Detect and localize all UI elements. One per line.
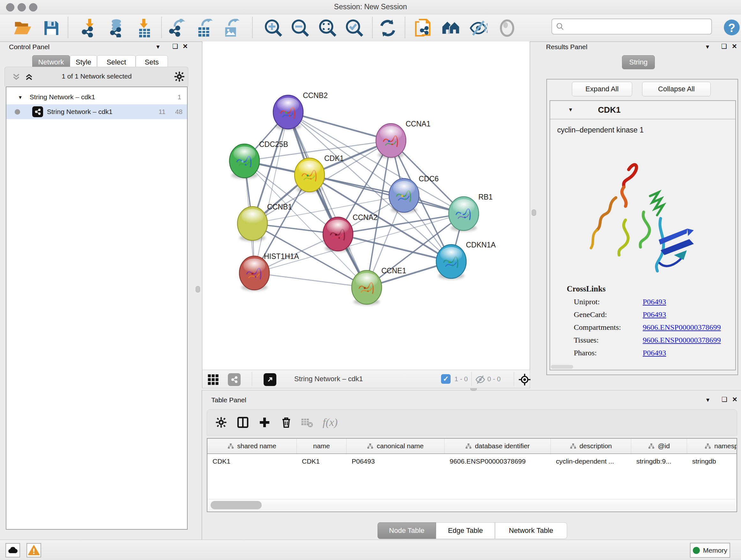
column-header-shared-name[interactable]: shared name [207, 439, 297, 453]
export-table-icon[interactable] [195, 19, 214, 37]
add-column-icon[interactable] [259, 417, 270, 428]
results-panel-close-icon[interactable]: ✕ [732, 43, 737, 50]
network-node-ccnb1[interactable]: CCNB1 [238, 203, 292, 241]
export-image-icon[interactable] [222, 19, 241, 37]
network-node-cdkn1a[interactable]: CDKN1A [436, 241, 496, 279]
show-columns-icon[interactable] [237, 417, 249, 428]
import-table-icon[interactable] [135, 19, 154, 37]
birds-eye-view-icon[interactable] [518, 373, 531, 386]
crosslink-value-link[interactable]: P06493 [643, 310, 666, 319]
node-table[interactable]: shared namenamecanonical namedatabase id… [207, 438, 737, 512]
left-splitter-handle[interactable] [196, 286, 200, 293]
crosslink-value-link[interactable]: P06493 [643, 298, 666, 306]
control-panel-float-icon[interactable]: ❑ [172, 43, 178, 50]
zoom-fit-icon[interactable] [319, 19, 337, 37]
table-cell[interactable]: cyclin-dependent ... [551, 457, 631, 465]
table-cell[interactable]: stringdb:9... [631, 457, 687, 465]
toolbar-search[interactable] [551, 18, 712, 35]
collapse-all-button[interactable]: Collapse All [642, 82, 711, 97]
network-edge[interactable] [310, 175, 464, 213]
cloud-icon[interactable] [5, 543, 20, 557]
network-edge[interactable] [254, 213, 464, 273]
export-network-icon[interactable] [169, 19, 187, 37]
save-session-icon[interactable] [42, 19, 61, 37]
table-cell[interactable]: CDK1 [207, 457, 297, 465]
clone-network-icon[interactable] [414, 19, 433, 37]
column-header-database-identifier[interactable]: database identifier [445, 439, 551, 453]
results-panel-collapse-icon[interactable]: ▾ [706, 44, 709, 50]
network-row[interactable]: String Network – cdk1 11 48 [6, 105, 187, 119]
tab-network-table[interactable]: Network Table [495, 522, 567, 539]
import-network-database-icon[interactable] [108, 19, 126, 37]
tab-string[interactable]: String [622, 55, 655, 69]
grid-view-icon[interactable] [207, 374, 219, 385]
show-panel-icon[interactable] [498, 19, 516, 37]
table-cell[interactable]: CDK1 [297, 457, 347, 465]
protein-expander-icon[interactable]: ▼ [568, 107, 573, 113]
results-panel-title: Results Panel [546, 43, 588, 51]
column-header-description[interactable]: description [551, 439, 631, 453]
table-panel-collapse-icon[interactable]: ▾ [706, 396, 710, 403]
expand-all-button[interactable]: Expand All [572, 82, 632, 97]
network-edge[interactable] [254, 273, 367, 287]
import-network-file-icon[interactable] [80, 19, 99, 37]
network-node-rb1[interactable]: RB1 [449, 193, 493, 232]
network-node-ccne1[interactable]: CCNE1 [352, 266, 406, 305]
control-panel-close-icon[interactable]: ✕ [183, 43, 188, 50]
network-current-indicator [15, 109, 20, 115]
table-cell[interactable]: 9606.ENSP00000378699 [445, 457, 551, 465]
column-header-@id[interactable]: @id [631, 439, 687, 453]
network-collection-row[interactable]: ▼ String Network – cdk1 1 [6, 90, 187, 105]
open-session-icon[interactable] [13, 19, 32, 37]
crosslinks-scrollbar[interactable] [551, 365, 573, 369]
refresh-icon[interactable] [379, 19, 397, 37]
session-home-icon[interactable] [442, 19, 460, 37]
column-header-name[interactable]: name [297, 439, 347, 453]
delete-column-icon[interactable] [280, 417, 292, 428]
crosslink-value-link[interactable]: 9606.ENSP00000378699 [643, 336, 721, 345]
delete-table-icon[interactable] [301, 416, 313, 428]
control-panel-collapse-icon[interactable]: ▾ [156, 44, 159, 50]
network-node-ccna2[interactable]: CCNA2 [323, 213, 378, 252]
warning-icon[interactable] [26, 543, 41, 557]
tab-node-table[interactable]: Node Table [378, 522, 436, 539]
help-icon[interactable]: ? [723, 19, 740, 36]
memory-button[interactable]: Memory [690, 543, 730, 558]
collection-expander-icon[interactable]: ▼ [18, 95, 23, 100]
table-hscrollbar-thumb[interactable] [211, 501, 262, 509]
results-panel-float-icon[interactable]: ❑ [721, 43, 727, 50]
table-row[interactable]: CDK1CDK1P064939606.ENSP00000378699cyclin… [207, 454, 737, 469]
table-cell[interactable]: P06493 [347, 457, 445, 465]
network-node-cdc25b[interactable]: CDC25B [229, 140, 288, 179]
crosslink-value-link[interactable]: P06493 [643, 349, 666, 357]
tab-edge-table[interactable]: Edge Table [436, 522, 495, 539]
table-panel-float-icon[interactable]: ❑ [722, 396, 727, 402]
search-input[interactable] [564, 22, 706, 30]
table-panel-close-icon[interactable]: ✕ [732, 396, 738, 402]
protein-header[interactable]: ▼ CDK1 [550, 101, 735, 119]
toolbar-separator [161, 17, 162, 38]
network-options-gear-icon[interactable] [174, 71, 185, 82]
network-node-cdc6[interactable]: CDC6 [389, 175, 439, 213]
column-header-canonical-name[interactable]: canonical name [347, 439, 445, 453]
zoom-in-icon[interactable] [264, 19, 283, 37]
network-view-share-icon[interactable] [228, 373, 241, 386]
table-settings-gear-icon[interactable] [215, 417, 227, 428]
zoom-out-icon[interactable] [291, 19, 310, 37]
open-view-in-window-icon[interactable] [264, 373, 276, 386]
selected-items-checkbox[interactable]: ✓ [441, 374, 451, 384]
network-node-ccnb2[interactable]: CCNB2 [273, 91, 328, 130]
network-node-hist1h1a[interactable]: HIST1H1A [239, 252, 299, 291]
table-hscrollbar[interactable] [208, 499, 736, 511]
network-canvas[interactable]: CCNB2CCNA1CDC25BCDK1CDC6RB1CCNB1CCNA2CDK… [202, 42, 530, 370]
hidden-items-eye-slash-icon[interactable] [475, 374, 485, 385]
table-cell[interactable]: stringdb [687, 457, 737, 465]
network-edge[interactable] [288, 112, 367, 287]
function-builder-icon[interactable]: f(x) [323, 416, 338, 428]
hide-panels-icon[interactable] [469, 19, 488, 37]
column-header-namespace[interactable]: namespace [687, 439, 737, 453]
network-graph[interactable]: CCNB2CCNA1CDC25BCDK1CDC6RB1CCNB1CCNA2CDK… [202, 42, 530, 369]
crosslink-value-link[interactable]: 9606.ENSP00000378699 [643, 323, 721, 332]
network-edge[interactable] [254, 112, 288, 273]
zoom-selected-icon[interactable] [345, 19, 364, 37]
